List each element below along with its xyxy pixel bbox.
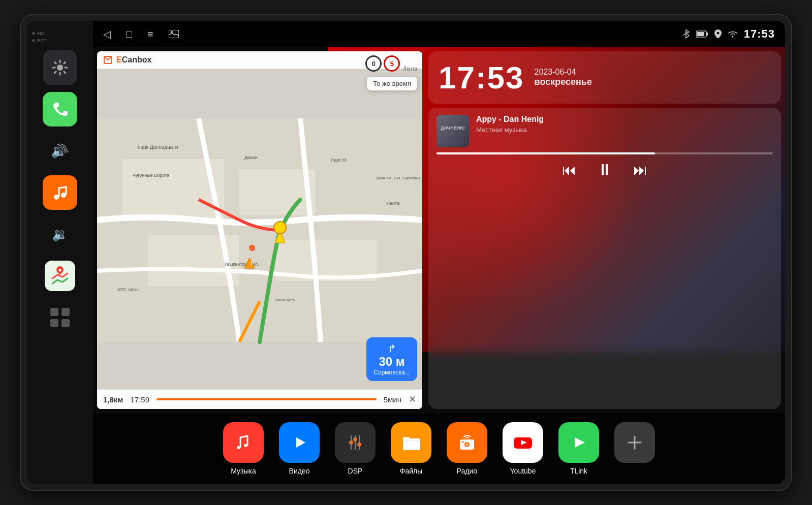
app-item-dsp[interactable]: DSP xyxy=(330,422,381,475)
tlink-app-label: TLink xyxy=(570,467,587,475)
music-controls: ⏮ ⏸ ⏭ xyxy=(436,161,773,179)
phone-icon xyxy=(50,100,70,119)
clock-widget: 17:53 2023-06-04 воскресенье xyxy=(428,51,781,104)
grid-apps-icon[interactable] xyxy=(43,300,77,335)
video-app-btn[interactable] xyxy=(279,422,320,463)
speed-sign-0: 0 xyxy=(365,55,382,72)
play-icon xyxy=(288,431,310,454)
main-screen: ◁ □ ≡ xyxy=(93,21,785,484)
files-app-label: Файлы xyxy=(400,467,422,475)
gallery-nav-btn[interactable] xyxy=(169,30,179,38)
dsp-app-btn[interactable] xyxy=(335,422,376,463)
music-progress-bar[interactable] xyxy=(436,152,773,154)
radio-app-btn[interactable] xyxy=(447,422,487,463)
album-art: ДАЧНЕНЮ··· xyxy=(436,115,469,147)
app-item-add[interactable] xyxy=(609,422,660,475)
app-item-radio[interactable]: Радио xyxy=(442,422,492,475)
tlink-app-btn[interactable] xyxy=(558,422,599,463)
folder-icon xyxy=(400,431,422,454)
svg-point-32 xyxy=(274,222,286,234)
app-row: Музыка Видео xyxy=(218,422,660,475)
music-widget: ДАЧНЕНЮ··· Арру - Dan Henig Местная музы… xyxy=(428,108,781,409)
add-app-btn[interactable] xyxy=(614,422,655,463)
app-item-music[interactable]: Музыка xyxy=(218,422,269,475)
mic-rst-labels: MIC RST xyxy=(27,31,93,45)
youtube-app-label: Youtube xyxy=(510,467,536,475)
app-item-tlink[interactable]: TLink xyxy=(553,422,604,475)
canbox-logo-icon xyxy=(102,54,113,66)
svg-rect-9 xyxy=(61,319,70,327)
prev-track-btn[interactable]: ⏮ xyxy=(562,162,576,178)
pause-btn[interactable]: ⏸ xyxy=(597,161,613,179)
left-panel: MIC RST xyxy=(27,21,93,484)
svg-rect-13 xyxy=(706,33,708,36)
dsp-app-label: DSP xyxy=(348,467,363,475)
svg-text:Лента: Лента xyxy=(387,201,399,206)
mic-label: MIC xyxy=(32,31,46,36)
content-area: парк Двенадцати Чугунные Ворота Диаси МВ… xyxy=(93,47,785,413)
map-progress-bar xyxy=(157,398,377,400)
svg-text:Чугунные Ворота: Чугунные Ворота xyxy=(133,173,169,178)
map-bottom-bar: 1,8км 17:59 5мин ✕ xyxy=(97,389,422,409)
volume-up-btn[interactable]: 🔊 + xyxy=(43,134,77,168)
youtube-app-btn[interactable] xyxy=(503,422,543,463)
app-dock: Музыка Видео xyxy=(93,413,785,484)
map-arrival-time: 17:59 xyxy=(130,395,149,404)
volume-down-btn[interactable]: 🔉 xyxy=(43,217,77,251)
speed-signs: 0 5 Лента xyxy=(365,55,417,72)
map-widget[interactable]: парк Двенадцати Чугунные Ворота Диаси МВ… xyxy=(97,51,422,409)
app-item-files[interactable]: Файлы xyxy=(386,422,436,475)
same-time-bubble: То же время xyxy=(367,77,417,90)
music-app-btn[interactable] xyxy=(223,422,264,463)
phone-app-icon[interactable] xyxy=(43,92,77,127)
clock-day-name: воскресенье xyxy=(535,77,592,87)
svg-marker-37 xyxy=(296,437,305,448)
map-distance: 1,8км xyxy=(103,395,123,404)
svg-text:парк Двенадцати: парк Двенадцати xyxy=(138,144,178,150)
status-bar: 17:53 xyxy=(682,27,775,41)
svg-rect-6 xyxy=(50,308,58,316)
rst-label: RST xyxy=(32,38,46,43)
gallery-icon xyxy=(169,30,179,38)
location-icon xyxy=(714,29,722,39)
home-nav-btn[interactable]: □ xyxy=(126,28,132,40)
back-nav-btn[interactable]: ◁ xyxy=(103,28,111,40)
device-frame: MIC RST xyxy=(20,14,792,491)
speed-sign-5: 5 xyxy=(384,55,400,72)
next-track-btn[interactable]: ⏭ xyxy=(633,162,647,178)
svg-text:Лдвс М.: Лдвс М. xyxy=(331,157,348,163)
map-close-btn[interactable]: ✕ xyxy=(409,394,416,405)
side-app-icons: 🔊 + 🔉 xyxy=(43,50,77,474)
volume-down-icon: 🔉 xyxy=(52,227,68,242)
svg-rect-7 xyxy=(61,308,70,316)
album-art-text: ДАЧНЕНЮ··· xyxy=(441,125,465,137)
wifi-icon xyxy=(728,30,738,38)
map-duration: 5мин xyxy=(384,395,401,404)
music-details: Арру - Dan Henig Местная музыка xyxy=(476,115,773,147)
app-item-youtube[interactable]: Youtube xyxy=(497,422,548,475)
tlink-icon xyxy=(568,431,590,454)
svg-rect-8 xyxy=(50,319,58,327)
bluetooth-icon xyxy=(682,29,690,39)
music-info-row: ДАЧНЕНЮ··· Арру - Dan Henig Местная музы… xyxy=(436,115,773,147)
speed-label: Лента xyxy=(403,66,417,72)
svg-text:Диаси: Диаси xyxy=(244,155,258,160)
maps-app-icon[interactable] xyxy=(43,259,77,293)
files-app-btn[interactable] xyxy=(391,422,431,463)
svg-marker-53 xyxy=(575,437,585,448)
device-screen: MIC RST xyxy=(27,21,785,484)
settings-app-icon[interactable] xyxy=(43,50,77,85)
clock-date-value: 2023-06-04 xyxy=(535,68,592,77)
top-bar: ◁ □ ≡ xyxy=(93,21,785,47)
svg-rect-17 xyxy=(97,118,422,342)
youtube-icon xyxy=(512,431,534,454)
app-item-video[interactable]: Видео xyxy=(274,422,325,475)
music-note-icon xyxy=(232,431,255,454)
svg-text:МВА им. К.И. Скрябина: МВА им. К.И. Скрябина xyxy=(377,176,421,180)
svg-text:BlackTyres: BlackTyres xyxy=(275,298,295,302)
menu-nav-btn[interactable]: ≡ xyxy=(147,28,153,40)
music-app-icon[interactable] xyxy=(43,175,77,210)
svg-point-0 xyxy=(57,65,63,71)
add-icon xyxy=(623,431,646,454)
music-note-icon xyxy=(50,183,70,202)
